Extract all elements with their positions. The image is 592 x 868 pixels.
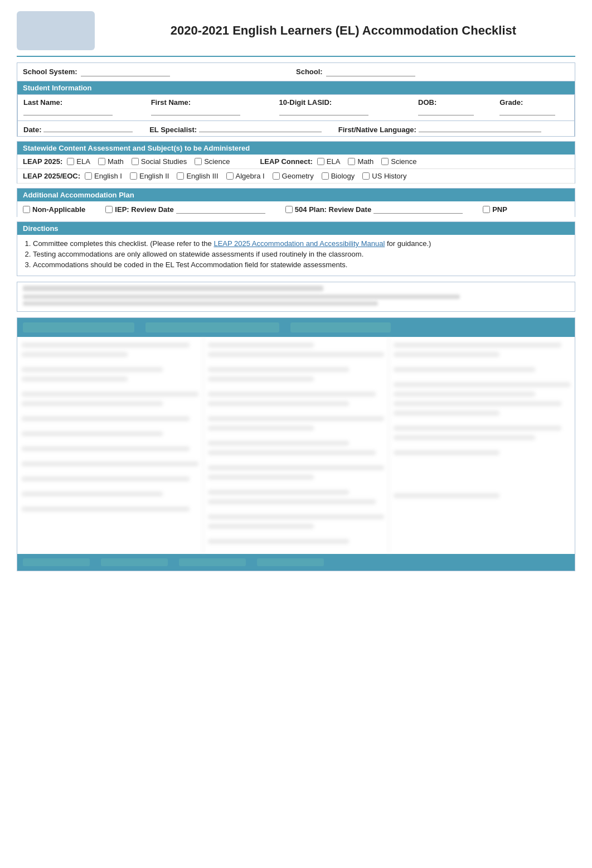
student-info-section: Student Information Last Name: First Nam… [17,81,575,137]
leap-manual-link[interactable]: LEAP 2025 Accommodation and Accessibilit… [213,239,385,248]
first-name-label: First Name: [151,98,191,107]
leap2025-ss-checkbox[interactable] [132,158,139,165]
blurred-table-body [17,337,575,554]
504-date-value [373,205,463,214]
eoc-algebra1-checkbox[interactable] [226,172,234,180]
blurred-table-header [17,318,575,337]
el-specialist-value [199,123,322,132]
eoc-english1[interactable]: English I [85,172,122,180]
iep-checkbox[interactable] [105,206,113,213]
student-info-row1: Last Name: First Name: 10-Digit LASID: D… [17,94,575,120]
eoc-us-history-checkbox[interactable] [362,172,370,180]
eoc-english2[interactable]: English II [130,172,169,180]
student-info-header: Student Information [17,81,575,94]
leap-eoc-label: LEAP 2025/EOC: [23,172,80,180]
504-checkbox[interactable] [285,206,293,213]
leap-connect-science-checkbox[interactable] [381,158,389,165]
dob-value [418,107,474,115]
blurred-table-section [17,317,575,571]
add-iep[interactable]: IEP: Review Date [105,205,265,214]
first-name-value [151,107,240,115]
eoc-biology[interactable]: Biology [322,172,355,180]
blurred-top-section [17,282,575,312]
directions-list: Committee completes this checklist. (Ple… [33,239,569,269]
leap-connect-label: LEAP Connect: [260,157,312,166]
blurred-top-text [17,282,575,311]
leap2025-label: LEAP 2025: [23,157,62,166]
el-specialist-label: EL Specialist: [149,126,197,134]
last-name-value [23,107,113,115]
eoc-english3-checkbox[interactable] [177,172,184,180]
grade-label: Grade: [499,98,523,107]
eoc-english2-checkbox[interactable] [130,172,137,180]
eoc-english1-checkbox[interactable] [85,172,92,180]
iep-date-value [176,205,265,214]
leap-connect-science[interactable]: Science [381,157,416,166]
blurred-col-2 [203,337,390,554]
school-system-label: School System: [23,67,77,76]
eoc-english3[interactable]: English III [177,172,218,180]
school-label: School: [296,67,323,76]
student-info-row2: Date: EL Specialist: First/Native Langua… [17,120,575,136]
eoc-geometry-checkbox[interactable] [273,172,280,180]
leap-connect-ela-checkbox[interactable] [317,158,324,165]
school-value [326,67,415,76]
eoc-geometry[interactable]: Geometry [273,172,314,180]
direction-3: Accommodations should be coded in the EL… [33,261,569,269]
directions-section: Directions Committee completes this chec… [17,221,575,276]
page-header: 2020-2021 English Learners (EL) Accommod… [17,11,575,57]
additional-section: Additional Accommodation Plan Non-Applic… [17,188,575,217]
eoc-us-history[interactable]: US History [362,172,406,180]
native-lang-value [419,123,541,132]
logo [17,11,95,50]
non-applicable-checkbox[interactable] [23,206,30,213]
native-lang-label: First/Native Language: [338,126,416,134]
directions-header: Directions [17,222,575,235]
additional-row: Non-Applicable IEP: Review Date 504 Plan… [17,201,575,217]
leap2025-ela[interactable]: ELA [67,157,90,166]
blurred-table-footer [17,554,575,571]
leap-eoc-row: LEAP 2025/EOC: English I English II Engl… [17,169,575,184]
leap2025-science-checkbox[interactable] [195,158,202,165]
page-title: 2020-2021 English Learners (EL) Accommod… [111,23,575,38]
directions-body: Committee completes this checklist. (Ple… [17,235,575,276]
direction-2: Testing accommodations are only allowed … [33,250,569,258]
blurred-header-col-2 [145,322,279,332]
add-504[interactable]: 504 Plan: Review Date [285,205,463,214]
blurred-footer-col-3 [179,558,246,566]
leap2025-ela-checkbox[interactable] [67,158,74,165]
date-value [43,123,133,132]
blurred-col-3 [389,337,575,554]
leap2025-science[interactable]: Science [195,157,230,166]
blurred-footer-col-4 [257,558,324,566]
additional-header: Additional Accommodation Plan [17,189,575,201]
leap-connect-math-checkbox[interactable] [348,158,355,165]
direction-1: Committee completes this checklist. (Ple… [33,239,569,248]
leap2025-math-checkbox[interactable] [98,158,105,165]
statewide-section: Statewide Content Assessment and Subject… [17,141,575,184]
blurred-header-col-1 [23,322,134,332]
pnp-checkbox[interactable] [483,206,490,213]
date-label: Date: [23,126,42,134]
blurred-footer-col-2 [101,558,168,566]
lasid-label: 10-Digit LASID: [279,98,332,107]
leap2025-row: LEAP 2025: ELA Math Social Studies Scien… [17,155,575,169]
eoc-biology-checkbox[interactable] [322,172,329,180]
eoc-algebra1[interactable]: Algebra I [226,172,265,180]
add-pnp[interactable]: PNP [483,205,507,214]
dob-label: DOB: [418,98,436,107]
school-system-value [81,67,170,76]
blurred-col-1 [17,337,203,554]
grade-value [499,107,555,115]
statewide-header: Statewide Content Assessment and Subject… [17,142,575,155]
school-system-row: School System: School: [17,62,575,81]
lasid-value [279,107,368,115]
leap-connect-math[interactable]: Math [348,157,373,166]
last-name-label: Last Name: [23,98,62,107]
add-non-applicable[interactable]: Non-Applicable [23,205,85,214]
leap2025-social-studies[interactable]: Social Studies [132,157,187,166]
blurred-footer-col-1 [23,558,90,566]
leap-connect-ela[interactable]: ELA [317,157,341,166]
leap2025-math[interactable]: Math [98,157,124,166]
blurred-header-col-3 [290,322,391,332]
